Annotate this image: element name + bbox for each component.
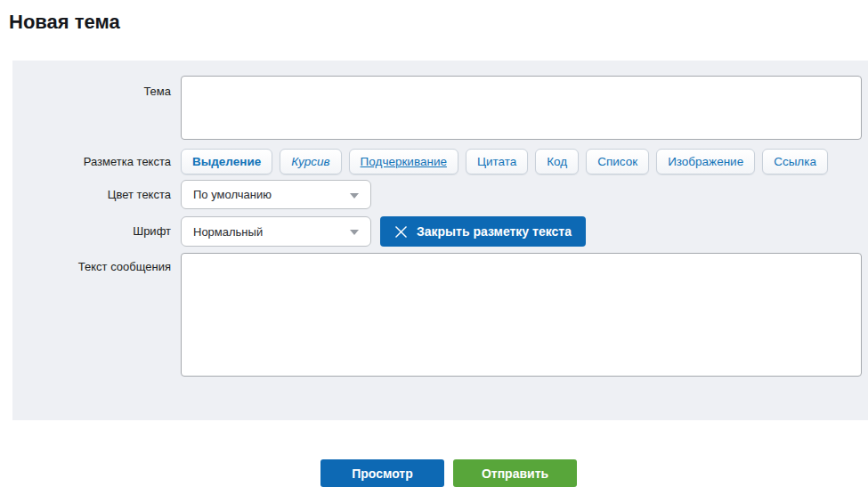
text-color-select[interactable]: По умолчанию: [181, 180, 371, 209]
markup-button-underline[interactable]: Подчеркивание: [349, 149, 458, 174]
markup-buttons-group: ВыделениеКурсивПодчеркиваниеЦитатаКодСпи…: [181, 149, 828, 174]
markup-button-image[interactable]: Изображение: [656, 149, 755, 174]
form-actions: Просмотр Отправить: [0, 459, 868, 487]
page-title: Новая тема: [9, 12, 868, 33]
topic-row: Тема: [12, 76, 862, 140]
new-topic-form: Тема Разметка текста ВыделениеКурсивПодч…: [12, 61, 868, 420]
markup-button-code[interactable]: Код: [535, 149, 579, 174]
close-icon: [394, 225, 408, 239]
text-color-selected-value: По умолчанию: [193, 188, 272, 201]
markup-button-quote[interactable]: Цитата: [466, 149, 528, 174]
markup-button-italic[interactable]: Курсив: [280, 149, 341, 174]
message-row: Текст сообщения: [12, 253, 862, 377]
close-markup-button-label: Закрыть разметку текста: [417, 224, 572, 239]
font-label: Шрифт: [12, 216, 181, 246]
topic-label: Тема: [12, 76, 181, 98]
chevron-down-icon: [350, 193, 359, 199]
markup-row: Разметка текста ВыделениеКурсивПодчеркив…: [12, 149, 862, 174]
message-label: Текст сообщения: [12, 253, 181, 273]
preview-button[interactable]: Просмотр: [320, 459, 444, 487]
markup-label: Разметка текста: [12, 149, 181, 174]
text-color-label: Цвет текста: [12, 180, 181, 209]
font-selected-value: Нормальный: [193, 225, 263, 239]
markup-button-bold[interactable]: Выделение: [181, 149, 272, 174]
markup-button-list[interactable]: Список: [586, 149, 649, 174]
close-markup-button[interactable]: Закрыть разметку текста: [380, 216, 586, 247]
font-select[interactable]: Нормальный: [181, 216, 371, 247]
submit-button[interactable]: Отправить: [453, 459, 577, 487]
message-input[interactable]: [181, 253, 862, 377]
markup-button-link[interactable]: Ссылка: [762, 149, 828, 174]
font-row: Шрифт Нормальный Закрыть разметку текста: [12, 216, 862, 247]
text-color-row: Цвет текста По умолчанию: [12, 180, 862, 209]
topic-input[interactable]: [181, 76, 862, 140]
chevron-down-icon: [350, 230, 359, 235]
